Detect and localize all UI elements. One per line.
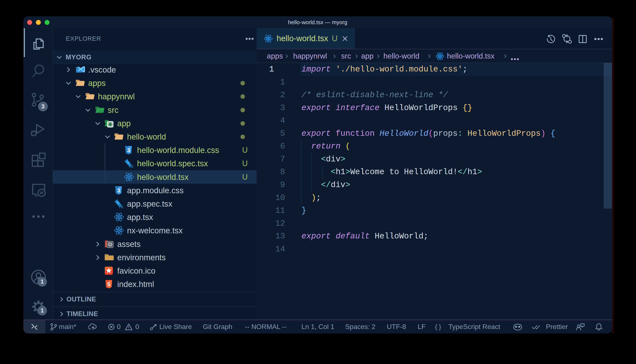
svg-text:3: 3 (117, 187, 120, 194)
svg-text:TS: TS (119, 205, 123, 209)
svg-text:</>: </> (98, 110, 103, 114)
svg-text:5: 5 (107, 281, 110, 288)
svg-text:TS: TS (128, 164, 133, 168)
svg-text:3: 3 (127, 147, 130, 153)
